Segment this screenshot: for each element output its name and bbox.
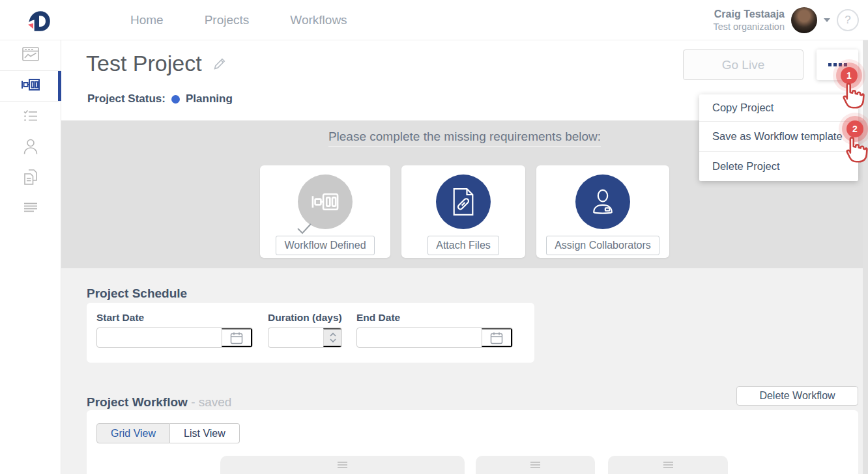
nav-projects[interactable]: Projects — [205, 13, 250, 27]
status-dot-icon — [171, 95, 180, 104]
edit-pencil-icon[interactable] — [212, 57, 227, 71]
user-icon — [23, 138, 38, 158]
tab-list-view[interactable]: List View — [170, 423, 240, 443]
calendar-icon — [490, 331, 503, 344]
workflow-step-stub[interactable] — [220, 456, 465, 474]
project-options-menu: Copy Project Save as Workflow template D… — [699, 94, 858, 181]
requirement-label[interactable]: Attach Files — [427, 236, 499, 255]
start-date-calendar-button[interactable] — [222, 328, 252, 347]
start-date-group — [96, 328, 253, 348]
click-hand-icon — [839, 80, 865, 113]
checklist-icon — [23, 109, 38, 125]
click-hand-icon — [842, 134, 868, 167]
sidebar-item-logs[interactable] — [0, 193, 61, 224]
menu-item-delete-project[interactable]: Delete Project — [699, 152, 858, 181]
menu-item-copy-project[interactable]: Copy Project — [699, 94, 858, 122]
top-navbar: Home Projects Workflows Craig Testaaja T… — [0, 0, 868, 40]
sidebar-item-dashboard[interactable] — [0, 40, 61, 71]
requirement-label[interactable]: Assign Collaborators — [546, 236, 659, 255]
workflow-heading: Project Workflow — [87, 395, 188, 409]
requirement-card-attach-files[interactable]: Attach Files — [401, 165, 525, 258]
end-date-label: End Date — [356, 312, 400, 324]
page-title: Test Project — [86, 51, 227, 76]
nav-home[interactable]: Home — [130, 13, 164, 27]
user-organization: Test organization — [713, 21, 785, 33]
assign-collaborators-icon — [575, 174, 630, 229]
calendar-icon — [230, 331, 243, 344]
workflow-step-stub[interactable] — [608, 456, 728, 474]
requirement-card-assign-collaborators[interactable]: Assign Collaborators — [536, 165, 669, 258]
user-name: Craig Testaaja — [713, 8, 785, 21]
project-title: Test Project — [86, 51, 202, 76]
start-date-input[interactable] — [97, 328, 222, 347]
user-area: Craig Testaaja Test organization ? — [713, 0, 859, 40]
end-date-group — [356, 328, 513, 348]
check-icon — [297, 223, 312, 237]
view-tabs: Grid View List View — [96, 423, 240, 443]
ellipsis-icon — [828, 63, 847, 66]
workflow-heading-row: Project Workflow - saved — [87, 395, 231, 410]
main-nav: Home Projects Workflows — [130, 0, 347, 40]
sidebar-item-documents[interactable] — [0, 163, 61, 193]
sidebar-item-workflows[interactable] — [0, 71, 61, 102]
menu-item-save-as-workflow-template[interactable]: Save as Workflow template — [699, 122, 858, 152]
duration-label: Duration (days) — [268, 312, 342, 324]
duration-group — [268, 328, 342, 348]
duration-input[interactable] — [268, 328, 323, 347]
workflow-card: Grid View List View — [87, 410, 858, 474]
dashboard-icon — [22, 47, 39, 64]
go-live-button[interactable]: Go Live — [683, 49, 803, 80]
user-text: Craig Testaaja Test organization — [713, 8, 785, 33]
workflow-defined-icon — [298, 174, 353, 229]
sidebar-item-checklist[interactable] — [0, 102, 61, 132]
requirements-heading: Please complete the missing requirements… — [328, 130, 601, 147]
requirement-label[interactable]: Workflow Defined — [276, 236, 374, 255]
drag-handle-icon — [608, 462, 728, 468]
avatar[interactable] — [791, 7, 817, 33]
chevron-up-icon — [330, 333, 336, 337]
icon-sidebar — [0, 40, 61, 474]
start-date-label: Start Date — [96, 312, 144, 324]
requirement-card-workflow-defined[interactable]: Workflow Defined — [260, 165, 390, 258]
drag-handle-icon — [476, 462, 595, 468]
nav-workflows[interactable]: Workflows — [290, 13, 347, 27]
attach-files-icon — [436, 174, 491, 229]
documents-icon — [23, 169, 38, 188]
chevron-down-icon — [330, 339, 336, 342]
app-root: Home Projects Workflows Craig Testaaja T… — [0, 0, 868, 474]
brand-logo-icon[interactable] — [25, 7, 53, 34]
sidebar-item-people[interactable] — [0, 132, 61, 163]
workflow-step-stub[interactable] — [476, 456, 595, 474]
duration-stepper[interactable] — [323, 328, 341, 347]
chevron-down-icon[interactable] — [824, 18, 830, 22]
lines-icon — [23, 202, 38, 216]
end-date-input[interactable] — [357, 328, 482, 347]
project-status-row: Project Status: Planning — [87, 92, 233, 105]
status-value: Planning — [186, 92, 233, 105]
end-date-calendar-button[interactable] — [482, 328, 512, 347]
delete-workflow-button[interactable]: Delete Workflow — [736, 386, 858, 406]
workflow-saved-note: - saved — [191, 395, 231, 409]
help-button[interactable]: ? — [837, 9, 859, 31]
status-label: Project Status: — [87, 92, 166, 105]
drag-handle-icon — [220, 462, 465, 468]
tab-grid-view[interactable]: Grid View — [96, 423, 170, 443]
schedule-card: Start Date Duration (days) End Date — [87, 303, 534, 363]
schedule-heading: Project Schedule — [87, 286, 187, 301]
workflow-icon — [21, 77, 40, 94]
